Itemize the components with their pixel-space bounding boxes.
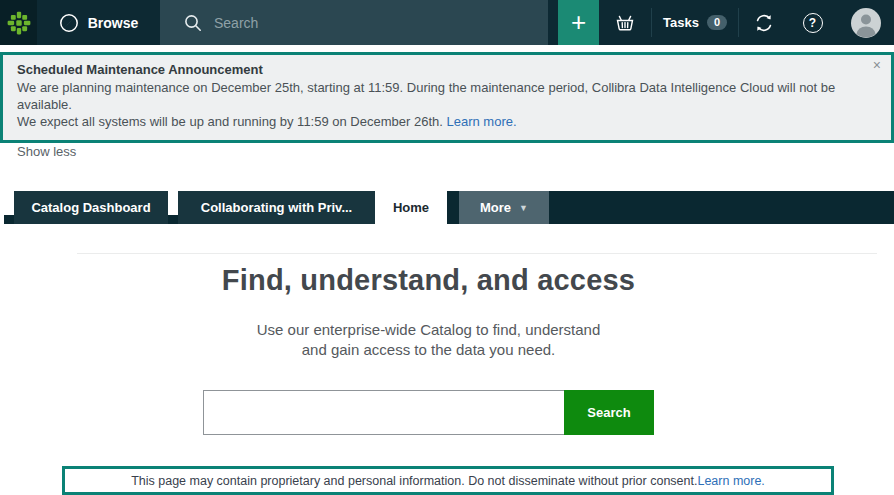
tab-label: Catalog Dashboard (31, 200, 150, 215)
global-search-input[interactable] (214, 15, 514, 31)
create-button[interactable]: + (558, 0, 599, 45)
tasks-button[interactable]: Tasks 0 (652, 0, 738, 45)
announcement-line2-text: We expect all systems will be up and run… (17, 114, 446, 129)
tab-label: More (480, 200, 511, 215)
browse-label: Browse (88, 15, 139, 31)
page-title: Find, understand, and access (0, 264, 857, 297)
compass-icon (59, 13, 79, 33)
page-subtitle: Use our enterprise-wide Catalog to find,… (0, 320, 857, 360)
tab-bar-filler (549, 191, 894, 224)
page: Browse + (0, 0, 894, 495)
announcement-line2: We expect all systems will be up and run… (17, 113, 877, 130)
help-button[interactable]: ? (788, 0, 837, 45)
catalog-search-input[interactable] (203, 390, 564, 435)
dashboard-tab-bar: Catalog Dashboard Collaborating with Pri… (0, 191, 894, 224)
tasks-count-badge: 0 (707, 15, 727, 30)
help-icon: ? (803, 13, 823, 33)
sync-icon (753, 12, 775, 34)
close-icon[interactable]: × (873, 58, 881, 72)
search-button[interactable]: Search (564, 390, 654, 435)
avatar (850, 7, 882, 39)
tasks-label: Tasks (663, 15, 699, 30)
announcement-learn-more-link[interactable]: Learn more. (446, 114, 516, 129)
footer-learn-more-link[interactable]: Learn more. (697, 474, 764, 488)
tab-home[interactable]: Home (375, 191, 447, 224)
announcement-line1: We are planning maintenance on December … (17, 79, 877, 113)
page-subtitle-line2: and gain access to the data you need. (0, 340, 857, 360)
home-dashboard-content: Find, understand, and access Use our ent… (0, 224, 857, 466)
search-icon (184, 14, 202, 32)
disclaimer-footer: This page may contain proprietary and pe… (62, 466, 834, 495)
tab-more-menu[interactable]: More ▼ (459, 191, 549, 224)
catalog-search-row: Search (0, 390, 857, 435)
tab-collaborating-with-priv[interactable]: Collaborating with Priv... (178, 191, 375, 224)
basket-icon (614, 13, 636, 33)
app-logo[interactable] (0, 0, 37, 45)
maintenance-announcement-banner: × Scheduled Maintenance Announcement We … (0, 52, 894, 143)
tab-label: Home (393, 200, 429, 215)
page-subtitle-line1: Use our enterprise-wide Catalog to find,… (0, 320, 857, 340)
data-basket-button[interactable] (599, 0, 651, 45)
global-search-bar[interactable] (160, 0, 548, 45)
tab-label: Collaborating with Priv... (201, 200, 352, 215)
top-navigation-bar: Browse + (0, 0, 894, 45)
disclaimer-text: This page may contain proprietary and pe… (131, 474, 697, 488)
activities-button[interactable] (739, 0, 788, 45)
user-menu-button[interactable] (837, 0, 894, 45)
widget-divider (77, 253, 877, 254)
show-less-link[interactable]: Show less (17, 144, 76, 159)
collibra-logo-icon (6, 10, 32, 36)
announcement-title: Scheduled Maintenance Announcement (17, 62, 877, 77)
browse-button[interactable]: Browse (37, 0, 160, 45)
chevron-down-icon: ▼ (519, 203, 528, 213)
tab-gap (447, 191, 459, 224)
tab-catalog-dashboard[interactable]: Catalog Dashboard (14, 191, 168, 224)
